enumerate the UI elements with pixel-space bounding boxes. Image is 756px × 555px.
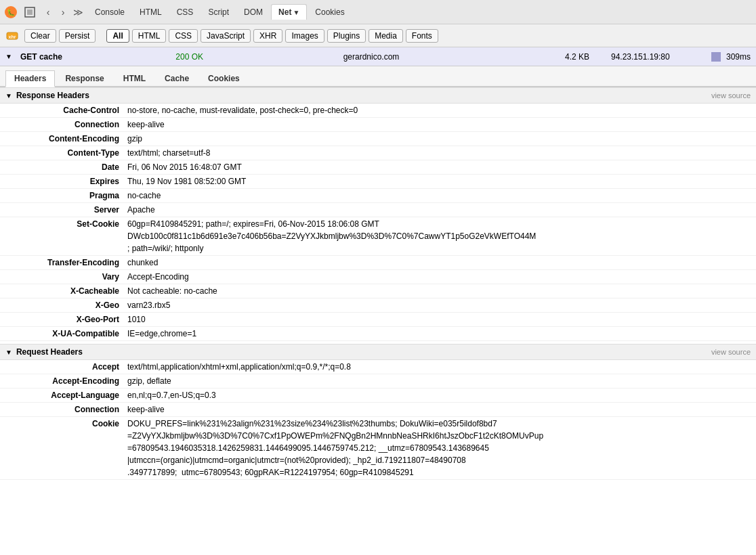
response-headers-list: Cache-Control no-store, no-cache, must-r…: [0, 104, 756, 341]
request-headers-view-source[interactable]: view source: [711, 348, 751, 356]
time-bar: [711, 52, 721, 62]
tab-cookies[interactable]: Cookies: [308, 5, 351, 20]
header-row: X-Geo varn23.rbx5: [0, 298, 756, 313]
inspect-icon[interactable]: [22, 4, 38, 20]
detail-tab-cache[interactable]: Cache: [156, 70, 198, 86]
response-headers-view-source[interactable]: view source: [711, 91, 751, 99]
header-row: X-UA-Compatible IE=edge,chrome=1: [0, 327, 756, 341]
request-headers-list: Accept text/html,application/xhtml+xml,a…: [0, 360, 756, 480]
firebug-icon: 🐛: [3, 4, 19, 20]
header-row: Connection keep-alive: [0, 118, 756, 132]
header-row: Expires Thu, 19 Nov 1981 08:52:00 GMT: [0, 175, 756, 189]
detail-tabs: Headers Response HTML Cache Cookies: [0, 66, 756, 87]
header-row: Content-Type text/html; charset=utf-8: [0, 146, 756, 160]
header-row: Accept-Encoding gzip, deflate: [0, 374, 756, 388]
header-row: Content-Encoding gzip: [0, 132, 756, 146]
continue-button[interactable]: ≫: [70, 5, 85, 20]
top-toolbar: 🐛 ‹ › ≫ Console HTML CSS Script DOM Net …: [0, 0, 756, 24]
header-row: Date Fri, 06 Nov 2015 16:48:07 GMT: [0, 160, 756, 175]
request-headers-section: ▼ Request Headers view source: [0, 344, 756, 360]
svg-text:xhr: xhr: [9, 35, 16, 39]
tab-css[interactable]: CSS: [170, 5, 201, 20]
detail-tab-html[interactable]: HTML: [114, 70, 154, 86]
svg-rect-3: [27, 9, 33, 15]
tab-console[interactable]: Console: [88, 5, 131, 20]
header-row: X-Cacheable Not cacheable: no-cache: [0, 284, 756, 298]
request-method: GET cache: [20, 52, 62, 62]
request-time: 309ms: [726, 52, 751, 62]
filter-fonts[interactable]: Fonts: [406, 29, 438, 43]
response-headers-section: ▼ Response Headers view source: [0, 87, 756, 104]
clear-button[interactable]: Clear: [24, 29, 56, 43]
header-row: Vary Accept-Encoding: [0, 270, 756, 284]
header-row: Connection keep-alive: [0, 403, 756, 417]
svg-text:🐛: 🐛: [7, 8, 16, 17]
filter-media[interactable]: Media: [369, 29, 403, 43]
persist-button[interactable]: Persist: [59, 29, 96, 43]
response-headers-label: Response Headers: [16, 91, 89, 100]
tab-net[interactable]: Net ▼: [271, 4, 307, 20]
filter-javascript[interactable]: JavaScript: [201, 29, 251, 43]
request-status: 200 OK: [175, 52, 230, 62]
expand-icon[interactable]: ▼: [5, 53, 12, 60]
filter-all[interactable]: All: [106, 29, 129, 43]
filter-toolbar: xhr Clear Persist All HTML CSS JavaScrip…: [0, 24, 756, 47]
request-row[interactable]: ▼ GET cache 200 OK gerardnico.com 4.2 KB…: [0, 47, 756, 66]
tab-dom[interactable]: DOM: [237, 5, 270, 20]
request-headers-label: Request Headers: [16, 347, 83, 357]
filter-html[interactable]: HTML: [132, 29, 167, 43]
detail-panel: Headers Response HTML Cache Cookies ▼ Re…: [0, 66, 756, 480]
detail-tab-headers[interactable]: Headers: [5, 70, 55, 87]
request-domain: gerardnico.com: [343, 52, 452, 62]
tab-script[interactable]: Script: [201, 5, 236, 20]
header-row-set-cookie: Set-Cookie 60gp=R4109845291; path=/; exp…: [0, 217, 756, 256]
back-button[interactable]: ‹: [41, 5, 56, 20]
tab-html[interactable]: HTML: [133, 5, 169, 20]
header-row: Cache-Control no-store, no-cache, must-r…: [0, 104, 756, 118]
devtools-tabs: Console HTML CSS Script DOM Net ▼ Cookie…: [88, 4, 352, 20]
header-row: Accept-Language en,nl;q=0.7,en-US;q=0.3: [0, 388, 756, 403]
net-dropdown-icon[interactable]: ▼: [293, 9, 299, 16]
header-row: Accept text/html,application/xhtml+xml,a…: [0, 360, 756, 374]
request-ip: 94.23.151.19:80: [611, 52, 706, 62]
xhr-icon: xhr: [5, 29, 19, 43]
detail-tab-cookies[interactable]: Cookies: [199, 70, 249, 86]
header-row: Pragma no-cache: [0, 189, 756, 203]
request-size: 4.2 KB: [565, 52, 606, 62]
header-row: Transfer-Encoding chunked: [0, 256, 756, 270]
detail-tab-response[interactable]: Response: [56, 70, 112, 86]
main-content: ▼ GET cache 200 OK gerardnico.com 4.2 KB…: [0, 47, 756, 555]
header-row-cookie: Cookie DOKU_PREFS=link%231%23align%231%2…: [0, 417, 756, 480]
response-headers-expand[interactable]: ▼: [5, 92, 12, 99]
filter-plugins[interactable]: Plugins: [327, 29, 366, 43]
filter-xhr[interactable]: XHR: [253, 29, 282, 43]
forward-button[interactable]: ›: [56, 5, 70, 20]
request-headers-expand[interactable]: ▼: [5, 349, 12, 356]
filter-images[interactable]: Images: [285, 29, 324, 43]
filter-css[interactable]: CSS: [169, 29, 198, 43]
header-row: Server Apache: [0, 203, 756, 217]
header-row: X-Geo-Port 1010: [0, 313, 756, 327]
